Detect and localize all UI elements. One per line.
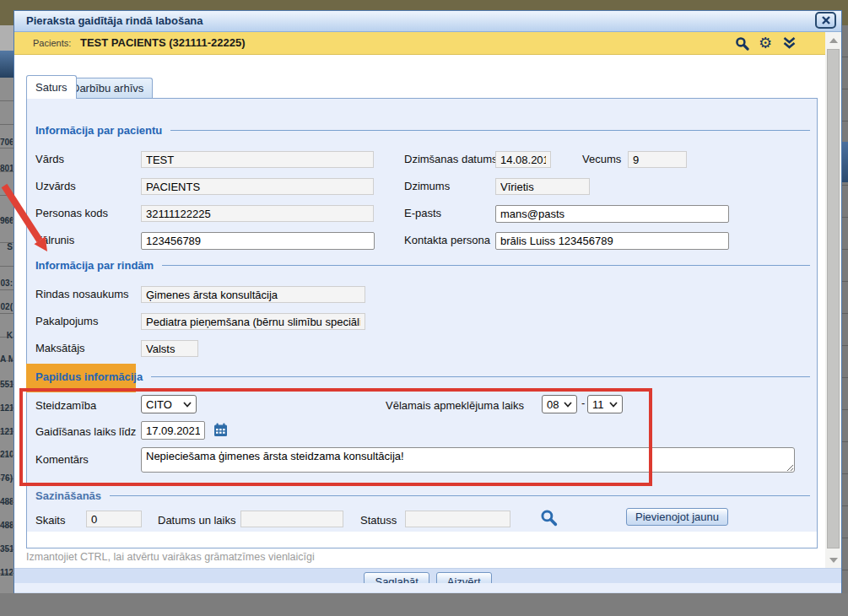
field-label: Skaits (35, 514, 65, 527)
bg-fragment: 551 (0, 380, 13, 389)
screen: 706 801 966 S 03: 02( K A Mi 551 121 121… (0, 0, 848, 616)
close-icon (821, 15, 831, 25)
skaits-field (86, 511, 142, 527)
field-label: Dzimums (404, 180, 450, 192)
vards-field (141, 151, 374, 168)
section-title: Papildus informācija (35, 370, 143, 383)
field-label: Gaidīšanas laiks līdz (35, 425, 136, 438)
section-header-papildus: Papildus informācija (35, 370, 810, 383)
background-selected-cell (842, 142, 848, 182)
dzimsanas-datums-field (495, 151, 551, 168)
search-icon[interactable] (734, 35, 749, 51)
laiks-no-value: 08 (547, 398, 559, 411)
field-label: Rindas nosaukums (35, 288, 129, 300)
section-header-pacients: Informācija par pacientu (35, 124, 810, 137)
pakalpojums-field (141, 313, 365, 330)
bg-fragment: 76) (0, 473, 13, 483)
background-bottom (0, 593, 848, 616)
chevron-down-icon (564, 402, 572, 408)
field-label: Vēlamais apmeklējuma laiks (386, 399, 524, 412)
laiks-lidz-value: 11 (592, 398, 604, 411)
bg-fragment: 121 (0, 403, 13, 413)
tab-saturs[interactable]: Saturs (26, 75, 77, 99)
bg-fragment: 801 (0, 164, 13, 173)
add-new-button[interactable]: Pievienojot jaunu (626, 508, 728, 526)
background-table-rows (0, 78, 14, 616)
field-label: Vārds (35, 153, 64, 165)
background-table-left: 706 801 966 S 03: 02( K A Mi 551 121 121… (0, 25, 14, 616)
edit-queue-dialog: Pieraksta gaidītāja rindā labošana Pacie… (14, 10, 842, 593)
scrollbar-thumb[interactable] (827, 49, 840, 548)
bg-fragment: S (0, 242, 13, 251)
uzvards-field (141, 178, 374, 195)
field-label: Datums un laiks (158, 514, 235, 527)
expand-all-icon[interactable] (781, 35, 797, 51)
dialog-title: Pieraksta gaidītāja rindā labošana (26, 14, 203, 27)
background-table-header (0, 51, 14, 78)
laiks-no-select[interactable]: 08 (542, 395, 577, 413)
bg-fragment: 351 (0, 544, 13, 554)
field-label: Tālrunis (35, 234, 74, 246)
kontakta-persona-field[interactable] (495, 232, 729, 250)
patient-bar: Pacients: TEST PACIENTS (321111-22225) ⚙ (14, 32, 825, 55)
rindas-nosaukums-field (141, 286, 365, 303)
bg-fragment: A Mi (0, 354, 13, 364)
field-label: Maksātājs (35, 342, 85, 354)
personas-kods-field (141, 205, 374, 222)
komentars-textarea[interactable]: Nepieciešama ģimenes ārsta steidzama kon… (141, 447, 795, 473)
statuss-field (405, 511, 510, 527)
chevron-down-icon (183, 402, 192, 408)
form-panel: Informācija par pacientu Vārds Uzvārds P… (26, 98, 818, 548)
bg-fragment: 02( (0, 302, 13, 311)
dzimums-field (495, 178, 590, 195)
background-table-right (842, 25, 848, 616)
dialog-footer-edge (14, 583, 841, 592)
section-title: Informācija par rindām (35, 259, 154, 272)
field-label: Personas kods (35, 207, 108, 219)
section-title: Informācija par pacientu (35, 124, 162, 137)
section-header-sazinasanas: Sazināšanās (35, 489, 810, 502)
talrunis-field[interactable] (141, 232, 375, 250)
chevron-down-icon (609, 402, 618, 408)
bg-fragment: 210 (0, 450, 13, 459)
dialog-close-button[interactable] (815, 12, 836, 29)
datums-un-laiks-field (240, 511, 343, 527)
hint-text: Izmantojiet CTRL, lai atvērtu vairākas g… (26, 551, 315, 563)
scrollbar-down-arrow[interactable] (829, 558, 838, 563)
field-label: E-pasts (404, 207, 441, 219)
bg-fragment: 488 (0, 521, 13, 530)
bg-fragment: 488 (0, 497, 13, 506)
patient-label: Pacients: (33, 38, 71, 48)
bg-fragment: K (0, 331, 13, 340)
field-label: Statuss (360, 514, 397, 527)
steidzamiba-value: CITO (146, 398, 172, 411)
bg-fragment: 121 (0, 427, 13, 436)
patient-value: TEST PACIENTS (321111-22225) (80, 36, 246, 49)
field-label: Kontakta persona (404, 234, 490, 246)
steidzamiba-select[interactable]: CITO (141, 395, 197, 413)
epasts-field[interactable] (495, 205, 729, 223)
vertical-scrollbar (825, 32, 841, 569)
scrollbar-up-arrow[interactable] (829, 38, 838, 43)
gaidisanas-datums-field[interactable] (141, 421, 205, 440)
bg-fragment: 112 (0, 568, 13, 577)
panel-bottom-strip (27, 532, 817, 548)
calendar-icon[interactable] (213, 423, 228, 437)
time-range-separator: - (581, 397, 585, 409)
vecums-field (628, 151, 687, 168)
search-contact-icon[interactable] (540, 509, 558, 527)
dialog-titlebar: Pieraksta gaidītāja rindā labošana (14, 11, 841, 32)
gear-icon[interactable]: ⚙ (758, 35, 773, 51)
bg-fragment: 03: (0, 278, 13, 288)
bg-fragment: 966 (0, 216, 13, 225)
maksatajs-field (141, 340, 198, 357)
laiks-lidz-select[interactable]: 11 (587, 395, 623, 413)
field-label: Steidzamība (35, 399, 96, 412)
section-header-rindas: Informācija par rindām (35, 259, 810, 272)
field-label: Dzimšanas datums (404, 153, 498, 165)
bg-fragment: 706 (0, 138, 13, 147)
field-label: Vecums (582, 153, 621, 165)
field-label: Uzvārds (35, 180, 76, 192)
section-title: Sazināšanās (35, 489, 101, 502)
field-label: Pakalpojums (35, 315, 98, 327)
